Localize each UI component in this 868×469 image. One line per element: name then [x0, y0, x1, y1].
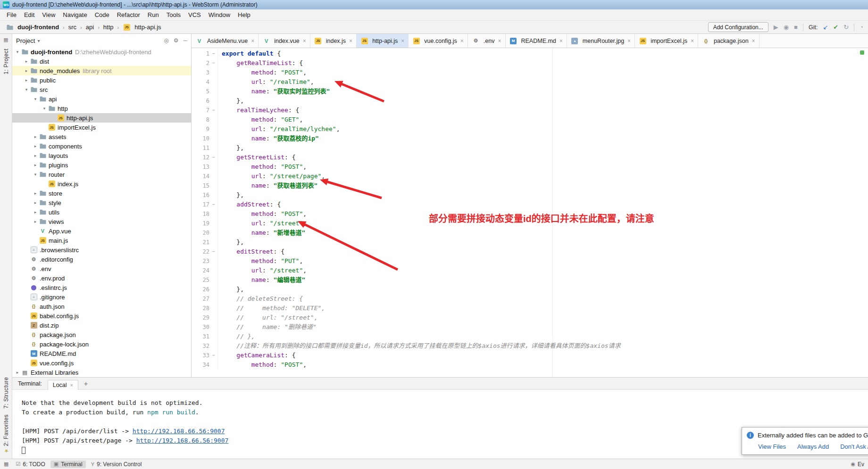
line-number[interactable]: 25: [192, 275, 209, 285]
code-line[interactable]: 20 name: "新增巷道": [192, 228, 868, 238]
tree-item-package-json[interactable]: {}package.json: [12, 330, 191, 339]
tree-item-style[interactable]: ▸style: [12, 198, 191, 207]
line-number[interactable]: 29: [192, 313, 209, 322]
line-number[interactable]: 8: [192, 115, 209, 124]
menu-edit[interactable]: Edit: [20, 10, 38, 19]
code-line[interactable]: 17− addStreet: {: [192, 200, 868, 209]
line-number[interactable]: 6: [192, 96, 209, 106]
tree-item-node-modules[interactable]: ▸node_moduleslibrary root: [12, 66, 191, 75]
tree-item-editorconfig[interactable]: ⚙.editorconfig: [12, 255, 191, 264]
line-number[interactable]: 20: [192, 228, 209, 238]
fold-marker-icon[interactable]: −: [209, 49, 218, 58]
close-tab-icon[interactable]: ×: [349, 38, 352, 44]
line-number[interactable]: 17: [192, 200, 209, 209]
chevron-down-icon[interactable]: ▾: [23, 87, 30, 92]
statusbar-9-version-control[interactable]: Y9: Version Control: [88, 461, 145, 468]
terminal-link[interactable]: http://192.168.66.56:9007: [136, 437, 229, 444]
toolwindow-toggle-icon[interactable]: ▦: [4, 461, 8, 467]
close-tab-icon[interactable]: ×: [303, 38, 306, 44]
tree-item-gitignore[interactable]: ≡.gitignore: [12, 292, 191, 302]
chevron-right-icon[interactable]: ▸: [32, 219, 39, 224]
statusbar-terminal[interactable]: ▣Terminal: [50, 461, 86, 468]
tool-button-structure[interactable]: 7: Structure: [3, 377, 9, 409]
line-number[interactable]: 24: [192, 266, 209, 275]
tree-item-assets[interactable]: ▸assets: [12, 132, 191, 141]
event-log-icon[interactable]: ◉: [851, 461, 855, 467]
tree-item-index-js[interactable]: JSindex.js: [12, 179, 191, 189]
menu-run[interactable]: Run: [144, 10, 163, 19]
code-line[interactable]: 8 method: "GET",: [192, 115, 868, 124]
line-number[interactable]: 11: [192, 143, 209, 153]
line-number[interactable]: 4: [192, 77, 209, 87]
code-line[interactable]: 34 method: "POST",: [192, 360, 868, 370]
stop-icon[interactable]: ■: [794, 24, 798, 30]
code-line[interactable]: 1−export default {: [192, 49, 868, 58]
fold-marker-icon[interactable]: −: [209, 153, 218, 162]
terminal-output[interactable]: Note that the development build is not o…: [12, 390, 868, 459]
code-line[interactable]: 14 url: "/street/page",: [192, 172, 868, 181]
code-line[interactable]: 26 },: [192, 285, 868, 294]
history-icon[interactable]: ◔: [860, 24, 863, 30]
tree-item-vue-config-js[interactable]: JSvue.config.js: [12, 358, 191, 368]
tree-item-api[interactable]: ▾api: [12, 94, 191, 104]
close-tab-icon[interactable]: ×: [559, 38, 563, 44]
tool-button-project[interactable]: 1: Project: [3, 49, 9, 74]
line-number[interactable]: 23: [192, 256, 209, 266]
close-tab-icon[interactable]: ×: [401, 38, 404, 44]
tree-item-src[interactable]: ▾src: [12, 85, 191, 94]
chevron-right-icon[interactable]: ▸: [32, 163, 39, 167]
close-tab-icon[interactable]: ×: [460, 38, 464, 44]
menu-navigate[interactable]: Navigate: [59, 10, 91, 19]
chevron-right-icon[interactable]: ▸: [32, 200, 39, 205]
tree-item-app-vue[interactable]: VApp.vue: [12, 226, 191, 236]
line-number[interactable]: 1: [192, 49, 209, 58]
chevron-right-icon[interactable]: ▸: [23, 78, 30, 82]
code-line[interactable]: 2− getRealTimeList: {: [192, 58, 868, 68]
line-number[interactable]: 21: [192, 238, 209, 247]
notification-action-don-t-ask-agai[interactable]: Don't Ask Agai: [840, 443, 868, 450]
chevron-right-icon[interactable]: ▸: [32, 134, 39, 139]
editor-tab-index-js[interactable]: JSindex.js×: [310, 34, 357, 48]
tree-item-layouts[interactable]: ▸layouts: [12, 151, 191, 160]
chevron-right-icon[interactable]: ▸: [32, 144, 39, 148]
chevron-down-icon[interactable]: ▾: [32, 172, 39, 177]
line-number[interactable]: 30: [192, 322, 209, 332]
code-line[interactable]: 21 },: [192, 238, 868, 247]
line-number[interactable]: 5: [192, 87, 209, 96]
locate-file-icon[interactable]: ◎: [164, 37, 168, 44]
terminal-link[interactable]: http://192.168.66.56:9007: [133, 428, 225, 435]
code-line[interactable]: 12− getStreetList: {: [192, 153, 868, 162]
line-number[interactable]: 28: [192, 304, 209, 313]
code-line[interactable]: 4 url: "/realTime",: [192, 77, 868, 87]
code-line[interactable]: 25 name: "编辑巷道": [192, 275, 868, 285]
editor-tab-env[interactable]: ⚙.env×: [468, 34, 506, 48]
terminal-tab-local[interactable]: Local ×: [48, 380, 78, 390]
tree-item-dist[interactable]: ▸dist: [12, 57, 191, 66]
code-line[interactable]: 10 name: "获取荔枝的ip": [192, 134, 868, 143]
line-number[interactable]: 2: [192, 58, 209, 68]
close-tab-icon[interactable]: ×: [752, 38, 755, 44]
menu-tools[interactable]: Tools: [163, 10, 184, 19]
code-line[interactable]: 6 },: [192, 96, 868, 106]
tree-item-main-js[interactable]: JSmain.js: [12, 236, 191, 245]
close-tab-icon[interactable]: ×: [498, 38, 501, 44]
chevron-right-icon[interactable]: ▸: [14, 370, 21, 375]
tree-item-store[interactable]: ▸store: [12, 189, 191, 198]
line-number[interactable]: 31: [192, 332, 209, 341]
editor-tab-vue-config-js[interactable]: JSvue.config.js×: [409, 34, 468, 48]
code-line[interactable]: 33− getCameraList: {: [192, 351, 868, 360]
line-number[interactable]: 22: [192, 247, 209, 256]
menu-code[interactable]: Code: [91, 10, 113, 19]
editor-tab-asidemenu-vue[interactable]: VAsideMenu.vue×: [192, 34, 259, 48]
breadcrumb-item-http[interactable]: http: [102, 24, 115, 31]
menu-help[interactable]: Help: [234, 10, 254, 19]
line-number[interactable]: 7: [192, 106, 209, 115]
code-line[interactable]: 3 method: "POST",: [192, 68, 868, 77]
debug-icon[interactable]: ◉: [784, 24, 789, 30]
tree-item-router[interactable]: ▾router: [12, 170, 191, 179]
code-line[interactable]: 16 },: [192, 190, 868, 200]
git-update-icon[interactable]: ↙: [823, 24, 828, 30]
tree-item-duoji-frontend[interactable]: ▾duoji-frontendD:\zheheWeb\duoji-fronten…: [12, 47, 191, 57]
chevron-right-icon[interactable]: ▸: [32, 191, 39, 196]
chevron-down-icon[interactable]: ▾: [37, 38, 40, 43]
